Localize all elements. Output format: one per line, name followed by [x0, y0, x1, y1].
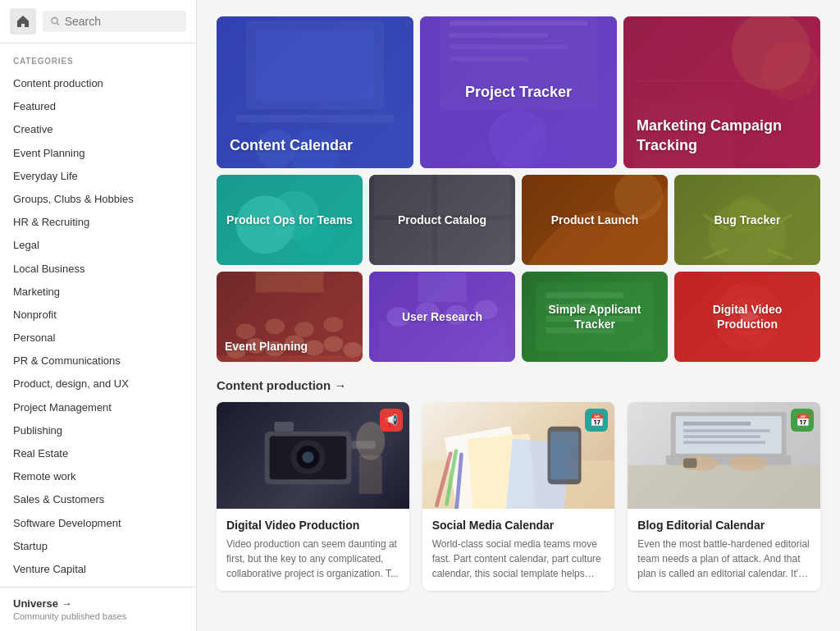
sidebar-item-product[interactable]: Product, design, and UX — [13, 373, 183, 396]
sidebar-item-publishing[interactable]: Publishing — [13, 419, 183, 442]
section-title-text: Content production → — [217, 378, 346, 392]
content-card-desc-social: World-class social media teams move fast… — [432, 537, 605, 581]
card-label-marketing: Marketing Campaign Tracking — [623, 103, 820, 168]
card-label-event-planning: Event Planning — [217, 331, 316, 362]
section-title-content-production[interactable]: Content production → — [217, 378, 820, 392]
card-label-user-research: User Research — [369, 272, 515, 362]
sidebar-header — [0, 0, 196, 43]
svg-rect-67 — [359, 455, 382, 494]
content-card-desc-video: Video production can seem daunting at fi… — [226, 537, 399, 581]
content-card-desc-blog: Even the most battle-hardened editorial … — [637, 537, 810, 581]
card-label-digital-video: Digital Video Production — [674, 272, 820, 362]
categories-label: CATEGORIES — [13, 57, 183, 66]
svg-rect-73 — [550, 432, 578, 480]
content-card-title-video: Digital Video Production — [226, 519, 399, 532]
home-button[interactable] — [10, 8, 36, 34]
sidebar-item-pr[interactable]: PR & Communications — [13, 350, 183, 373]
content-card-title-blog: Blog Editorial Calendar — [637, 519, 810, 532]
template-card-product-launch[interactable]: Product Launch — [522, 175, 668, 265]
content-card-title-social: Social Media Calendar — [432, 519, 605, 532]
svg-rect-80 — [676, 416, 782, 454]
sidebar-item-legal[interactable]: Legal — [13, 234, 183, 257]
template-card-applicant-tracker[interactable]: Simple Applicant Tracker — [522, 272, 668, 362]
content-card-body-video: Digital Video Production Video productio… — [217, 509, 409, 591]
sidebar-footer: Universe → Community published bases — [0, 587, 196, 631]
content-card-blog[interactable]: 📅 Blog Editorial Calendar Even the most … — [628, 402, 820, 591]
sidebar-item-remote-work[interactable]: Remote work — [13, 465, 183, 488]
sidebar-item-real-estate[interactable]: Real Estate — [13, 442, 183, 465]
card-label-content-calendar: Content Calendar — [217, 123, 366, 168]
svg-point-0 — [52, 18, 57, 24]
sidebar: CATEGORIES Content production Featured C… — [0, 0, 197, 631]
template-card-digital-video[interactable]: Digital Video Production — [674, 272, 820, 362]
categories-section: CATEGORIES Content production Featured C… — [0, 43, 196, 584]
content-card-body-social: Social Media Calendar World-class social… — [422, 509, 615, 591]
svg-rect-81 — [683, 422, 751, 426]
svg-rect-65 — [274, 422, 293, 432]
sidebar-item-groups[interactable]: Groups, Clubs & Hobbies — [13, 188, 183, 211]
template-card-content-calendar[interactable]: Content Calendar — [217, 16, 413, 168]
featured-middle-grid: Product Ops for Teams Product Catalog — [217, 175, 820, 265]
sidebar-item-software-dev[interactable]: Software Development — [13, 512, 183, 535]
sidebar-item-nonprofit[interactable]: Nonprofit — [13, 304, 183, 327]
universe-subtitle: Community published bases — [13, 611, 183, 621]
sidebar-item-marketing[interactable]: Marketing — [13, 281, 183, 304]
card-label-product-catalog: Product Catalog — [369, 175, 515, 265]
template-card-product-ops[interactable]: Product Ops for Teams — [217, 175, 363, 265]
sidebar-item-sales[interactable]: Sales & Customers — [13, 488, 183, 511]
svg-line-1 — [57, 23, 59, 25]
sidebar-item-project-mgmt[interactable]: Project Management — [13, 396, 183, 419]
sidebar-item-venture-capital[interactable]: Venture Capital — [13, 558, 183, 581]
sidebar-item-featured[interactable]: Featured — [13, 95, 183, 118]
search-input[interactable] — [65, 15, 178, 28]
template-card-event-planning[interactable]: Event Planning — [217, 272, 363, 362]
template-card-product-catalog[interactable]: Product Catalog — [369, 175, 515, 265]
content-card-video[interactable]: 📢 Digital Video Production Video product… — [217, 402, 409, 591]
content-card-img-video: 📢 — [217, 402, 409, 509]
sidebar-item-creative[interactable]: Creative — [13, 118, 183, 141]
featured-bottom-grid: Event Planning User Research — [217, 272, 820, 362]
card-label-applicant-tracker: Simple Applicant Tracker — [522, 272, 668, 362]
template-card-project-tracker[interactable]: Project Tracker — [420, 16, 617, 168]
svg-rect-84 — [683, 441, 765, 444]
featured-top-grid: Content Calendar Project Tracker — [217, 16, 820, 168]
sidebar-item-everyday-life[interactable]: Everyday Life — [13, 165, 183, 188]
sidebar-item-content-production[interactable]: Content production — [13, 72, 183, 95]
sidebar-item-local-business[interactable]: Local Business — [13, 258, 183, 281]
card-badge-social: 📅 — [585, 409, 608, 432]
svg-point-86 — [729, 455, 768, 471]
content-card-img-blog: 📅 — [628, 402, 820, 509]
svg-rect-82 — [683, 429, 770, 432]
search-icon — [51, 16, 60, 26]
card-label-bug-tracker: Bug Tracker — [674, 175, 820, 265]
main-content: Content Calendar Project Tracker — [197, 0, 840, 631]
universe-link[interactable]: Universe → — [13, 597, 183, 610]
template-card-marketing[interactable]: Marketing Campaign Tracking — [623, 16, 820, 168]
content-card-img-social: 📅 — [422, 402, 615, 509]
card-label-product-ops: Product Ops for Teams — [217, 175, 363, 265]
card-label-product-launch: Product Launch — [522, 175, 668, 265]
card-label-project-tracker: Project Tracker — [420, 16, 617, 168]
content-cards-row: 📢 Digital Video Production Video product… — [217, 402, 820, 591]
template-card-user-research[interactable]: User Research — [369, 272, 515, 362]
svg-rect-83 — [683, 435, 760, 438]
svg-rect-87 — [683, 459, 696, 469]
content-card-body-blog: Blog Editorial Calendar Even the most ba… — [628, 509, 820, 591]
card-badge-video: 📢 — [380, 409, 403, 432]
svg-rect-77 — [628, 465, 820, 509]
home-icon — [16, 15, 30, 28]
sidebar-item-hr[interactable]: HR & Recruiting — [13, 211, 183, 234]
content-card-social[interactable]: 📅 Social Media Calendar World-class soci… — [422, 402, 615, 591]
sidebar-item-startup[interactable]: Startup — [13, 535, 183, 558]
search-box[interactable] — [43, 11, 186, 32]
card-badge-blog: 📅 — [791, 409, 814, 432]
sidebar-item-event-planning[interactable]: Event Planning — [13, 142, 183, 165]
svg-point-63 — [302, 451, 313, 463]
template-card-bug-tracker[interactable]: Bug Tracker — [674, 175, 820, 265]
sidebar-item-personal[interactable]: Personal — [13, 327, 183, 350]
